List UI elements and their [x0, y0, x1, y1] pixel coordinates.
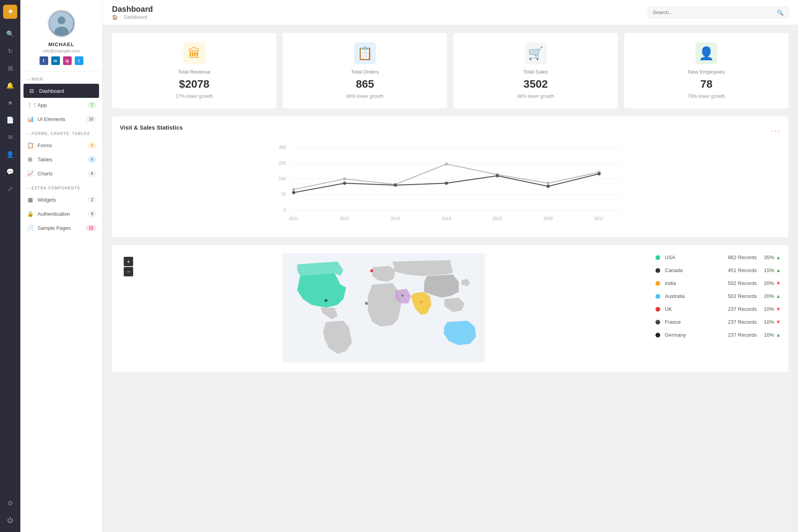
sidebar-item-tables[interactable]: ⊞ Tables 6	[20, 152, 102, 166]
country-name-france: France	[665, 319, 723, 325]
country-records-australia: 502 Records	[728, 293, 759, 299]
zoom-out-button[interactable]: −	[124, 267, 133, 276]
sidebar-item-label: Forms	[38, 142, 84, 148]
chat-icon[interactable]: 💬	[3, 164, 17, 179]
facebook-link[interactable]: f	[40, 56, 48, 65]
charts-icon: 📈	[27, 170, 34, 177]
section-label-main: -- MAIN	[20, 72, 102, 84]
y-label-0: 0	[283, 207, 286, 212]
sidebar-item-label: Widgets	[38, 197, 84, 203]
user-icon[interactable]: 👤	[3, 147, 17, 161]
x-label-2013: 2013	[391, 216, 400, 221]
auth-icon: 🔒	[27, 211, 34, 217]
avatar-image	[49, 11, 74, 36]
x-label-2017: 2017	[594, 216, 604, 221]
employees-label: New Employees	[688, 69, 725, 75]
sidebar-item-sample-pages[interactable]: 📄 Sample Pages 12	[20, 221, 102, 235]
sidebar-item-dashboard[interactable]: ⊟ Dashboard	[23, 84, 99, 98]
tables-badge: 6	[88, 157, 96, 162]
trend-arrow-up: ▲	[776, 267, 781, 273]
expand-icon[interactable]: ⤢	[3, 182, 17, 196]
grid-icon[interactable]: ⊞	[3, 61, 17, 75]
country-name-australia: Australia	[665, 293, 723, 299]
sidebar-item-authentication[interactable]: 🔒 Authentication 9	[20, 207, 102, 221]
breadcrumb-home-icon[interactable]: 🏠	[112, 14, 118, 20]
sales-icon: 🛒	[528, 46, 543, 61]
country-records-france: 237 Records	[728, 319, 759, 325]
revenue-icon: 🏛	[188, 46, 200, 61]
country-pct-germany: 10% ▲	[764, 332, 781, 338]
country-pct-usa: 35% ▲	[764, 254, 781, 260]
search-submit-icon[interactable]: 🔍	[777, 9, 784, 16]
power-icon[interactable]: ⏻	[3, 513, 17, 527]
sidebar-item-app[interactable]: ⋮⋮ App 7	[20, 98, 102, 112]
stat-cards: 🏛 Total Revenue $2078 27% lower growth 📋…	[112, 33, 789, 108]
search-input[interactable]	[653, 9, 774, 15]
line-chart-svg: 300 225 150 75 0	[120, 142, 781, 228]
employees-growth: 78% lower growth	[688, 94, 725, 99]
datapoint	[343, 177, 346, 180]
chart-menu-dots[interactable]: ···	[771, 126, 781, 135]
trend-arrow-up: ▲	[776, 254, 781, 260]
map-controls: + −	[124, 257, 133, 276]
visit-chart-section: Visit & Sales Statistics ··· 300 225 150…	[112, 116, 789, 237]
bell-icon[interactable]: 🔔	[3, 78, 17, 92]
country-records-india: 502 Records	[728, 280, 759, 286]
sidebar-item-label: Charts	[38, 171, 84, 177]
employees-value: 78	[700, 78, 712, 90]
content-area: 🏛 Total Revenue $2078 27% lower growth 📋…	[103, 25, 798, 532]
europe-dot	[365, 302, 368, 305]
sales-label: Total Sales	[523, 69, 548, 75]
widgets-badge: 3	[88, 197, 96, 203]
revenue-icon-wrap: 🏛	[183, 42, 205, 64]
search-icon[interactable]: 🔍	[3, 27, 17, 41]
breadcrumb-current: Dashboard	[124, 14, 147, 20]
sidebar-item-charts[interactable]: 📈 Charts 6	[20, 166, 102, 180]
country-name-uk: UK	[665, 306, 723, 312]
app-icon: ⋮⋮	[27, 102, 34, 108]
map-section: + −	[112, 245, 789, 372]
forms-badge: 9	[88, 142, 96, 148]
datapoint	[547, 182, 550, 185]
file-icon[interactable]: 📄	[3, 113, 17, 127]
orders-icon: 📋	[357, 46, 373, 61]
linkedin-link[interactable]: in	[51, 56, 60, 65]
zoom-in-button[interactable]: +	[124, 257, 133, 266]
twitter-link[interactable]: t	[75, 56, 83, 65]
section-label-forms: -- FORMS, CHARTS, TABLES	[20, 126, 102, 138]
sidebar-item-forms[interactable]: 📋 Forms 9	[20, 138, 102, 152]
country-records-usa: 862 Records	[728, 254, 759, 260]
country-name-usa: USA	[665, 254, 723, 260]
datapoint	[343, 182, 346, 185]
settings-icon[interactable]: ⚙	[3, 496, 17, 510]
sidebar-item-ui-elements[interactable]: 📊 UI Elements 15	[20, 112, 102, 126]
mail-icon[interactable]: ✉	[3, 130, 17, 144]
page-title: Dashboard	[112, 5, 153, 14]
icon-bar: ✦ 🔍 ↻ ⊞ 🔔 ★ 📄 ✉ 👤 💬 ⤢ ⚙ ⏻	[0, 0, 20, 532]
line-chart-line1	[294, 164, 599, 189]
sidebar-item-widgets[interactable]: ▦ Widgets 3	[20, 193, 102, 207]
refresh-icon[interactable]: ↻	[3, 44, 17, 58]
mideast-dot	[401, 294, 404, 297]
instagram-link[interactable]: ig	[63, 56, 72, 65]
chart-title-visit: Visit	[120, 124, 132, 131]
star-icon[interactable]: ★	[3, 96, 17, 110]
trend-arrow-up: ▲	[776, 332, 781, 338]
search-bar[interactable]: 🔍	[648, 7, 789, 18]
country-records-canada: 451 Records	[728, 267, 759, 273]
orders-value: 865	[356, 78, 374, 90]
x-label-2014: 2014	[442, 216, 451, 221]
canada-color-dot	[655, 268, 660, 273]
revenue-value: $2078	[179, 78, 209, 90]
country-list: USA 862 Records 35% ▲ Canada 451 Records…	[655, 253, 781, 364]
trend-arrow-down: ▼	[776, 306, 781, 312]
pages-icon: 📄	[27, 225, 34, 231]
forms-icon: 📋	[27, 142, 34, 148]
stat-card-orders: 📋 Total Orders 865 88% lower growth	[283, 33, 447, 108]
pages-badge: 12	[86, 225, 96, 231]
dashboard-icon: ⊟	[28, 88, 35, 94]
stat-card-revenue: 🏛 Total Revenue $2078 27% lower growth	[112, 33, 276, 108]
germany-color-dot	[655, 333, 660, 337]
profile-email: info@example.com	[43, 49, 79, 53]
country-row-usa: USA 862 Records 35% ▲	[655, 253, 781, 262]
